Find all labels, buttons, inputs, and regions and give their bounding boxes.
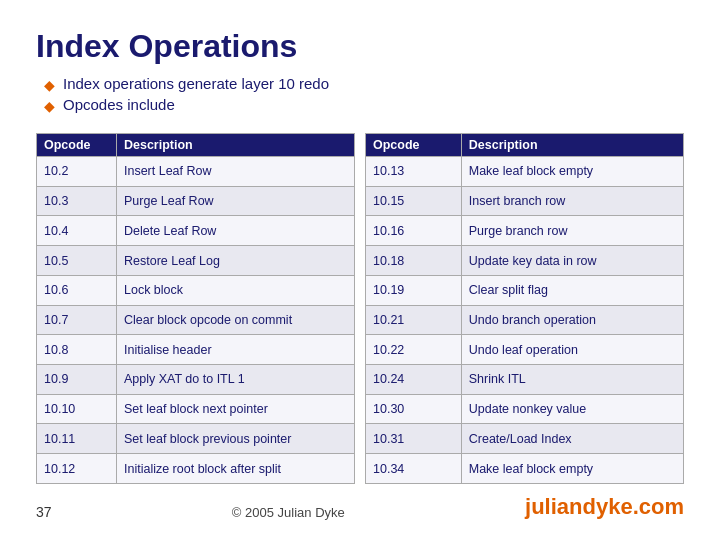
description-cell: Clear split flag (461, 275, 683, 305)
brand-tld: .com (633, 494, 684, 519)
brand-right: dyke (582, 494, 632, 519)
bullet-list: ◆ Index operations generate layer 10 red… (36, 75, 684, 117)
description-cell: Initialize root block after split (116, 454, 354, 484)
brand-left: julian (525, 494, 582, 519)
description-cell: Insert Leaf Row (116, 157, 354, 187)
description-cell: Create/Load Index (461, 424, 683, 454)
table-row: 10.6Lock block (37, 275, 355, 305)
slide-number: 37 (36, 504, 52, 520)
table-row: 10.7Clear block opcode on commit (37, 305, 355, 335)
description-cell: Update key data in row (461, 246, 683, 276)
opcode-cell: 10.31 (366, 424, 462, 454)
description-cell: Make leaf block empty (461, 454, 683, 484)
description-cell: Set leaf block previous pointer (116, 424, 354, 454)
description-cell: Make leaf block empty (461, 157, 683, 187)
opcode-cell: 10.24 (366, 365, 462, 395)
table-row: 10.5Restore Leaf Log (37, 246, 355, 276)
opcode-cell: 10.11 (37, 424, 117, 454)
description-cell: Purge branch row (461, 216, 683, 246)
opcode-cell: 10.34 (366, 454, 462, 484)
table-row: 10.19Clear split flag (366, 275, 684, 305)
left-col1-header: Opcode (37, 134, 117, 157)
description-cell: Restore Leaf Log (116, 246, 354, 276)
opcode-cell: 10.5 (37, 246, 117, 276)
description-cell: Undo leaf operation (461, 335, 683, 365)
description-cell: Update nonkey value (461, 394, 683, 424)
table-row: 10.4Delete Leaf Row (37, 216, 355, 246)
opcode-cell: 10.8 (37, 335, 117, 365)
table-row: 10.22Undo leaf operation (366, 335, 684, 365)
table-row: 10.2Insert Leaf Row (37, 157, 355, 187)
opcode-cell: 10.15 (366, 186, 462, 216)
opcode-cell: 10.7 (37, 305, 117, 335)
table-row: 10.11Set leaf block previous pointer (37, 424, 355, 454)
bullet-text-2: Opcodes include (63, 96, 175, 113)
description-cell: Insert branch row (461, 186, 683, 216)
description-cell: Purge Leaf Row (116, 186, 354, 216)
opcode-cell: 10.21 (366, 305, 462, 335)
bullet-text-1: Index operations generate layer 10 redo (63, 75, 329, 92)
description-cell: Set leaf block next pointer (116, 394, 354, 424)
description-cell: Lock block (116, 275, 354, 305)
bullet-item-1: ◆ Index operations generate layer 10 red… (44, 75, 684, 93)
table-row: 10.24Shrink ITL (366, 365, 684, 395)
footer: 37 © 2005 Julian Dyke juliandyke.com (36, 494, 684, 520)
table-row: 10.16Purge branch row (366, 216, 684, 246)
right-col2-header: Description (461, 134, 683, 157)
bullet-icon-2: ◆ (44, 98, 55, 114)
table-row: 10.21Undo branch operation (366, 305, 684, 335)
table-row: 10.34Make leaf block empty (366, 454, 684, 484)
description-cell: Apply XAT do to ITL 1 (116, 365, 354, 395)
page-title: Index Operations (36, 28, 684, 65)
brand-logo: juliandyke.com (525, 494, 684, 520)
table-row: 10.10Set leaf block next pointer (37, 394, 355, 424)
description-cell: Undo branch operation (461, 305, 683, 335)
opcode-cell: 10.12 (37, 454, 117, 484)
opcode-cell: 10.18 (366, 246, 462, 276)
opcode-cell: 10.3 (37, 186, 117, 216)
opcode-cell: 10.10 (37, 394, 117, 424)
copyright-text: © 2005 Julian Dyke (232, 505, 345, 520)
opcode-cell: 10.2 (37, 157, 117, 187)
description-cell: Shrink ITL (461, 365, 683, 395)
opcode-cell: 10.30 (366, 394, 462, 424)
opcode-cell: 10.9 (37, 365, 117, 395)
description-cell: Clear block opcode on commit (116, 305, 354, 335)
left-col2-header: Description (116, 134, 354, 157)
bullet-icon-1: ◆ (44, 77, 55, 93)
table-row: 10.9Apply XAT do to ITL 1 (37, 365, 355, 395)
opcode-cell: 10.22 (366, 335, 462, 365)
description-cell: Delete Leaf Row (116, 216, 354, 246)
description-cell: Initialise header (116, 335, 354, 365)
table-row: 10.8Initialise header (37, 335, 355, 365)
table-row: 10.3Purge Leaf Row (37, 186, 355, 216)
tables-container: Opcode Description 10.2Insert Leaf Row10… (36, 133, 684, 484)
slide: Index Operations ◆ Index operations gene… (0, 0, 720, 540)
table-row: 10.30Update nonkey value (366, 394, 684, 424)
opcode-cell: 10.19 (366, 275, 462, 305)
opcode-cell: 10.13 (366, 157, 462, 187)
table-row: 10.31Create/Load Index (366, 424, 684, 454)
opcode-cell: 10.4 (37, 216, 117, 246)
table-left: Opcode Description 10.2Insert Leaf Row10… (36, 133, 355, 484)
opcode-cell: 10.6 (37, 275, 117, 305)
opcode-cell: 10.16 (366, 216, 462, 246)
bullet-item-2: ◆ Opcodes include (44, 96, 684, 114)
table-row: 10.12Initialize root block after split (37, 454, 355, 484)
right-col1-header: Opcode (366, 134, 462, 157)
table-row: 10.15Insert branch row (366, 186, 684, 216)
table-row: 10.13Make leaf block empty (366, 157, 684, 187)
table-row: 10.18Update key data in row (366, 246, 684, 276)
table-right: Opcode Description 10.13Make leaf block … (365, 133, 684, 484)
